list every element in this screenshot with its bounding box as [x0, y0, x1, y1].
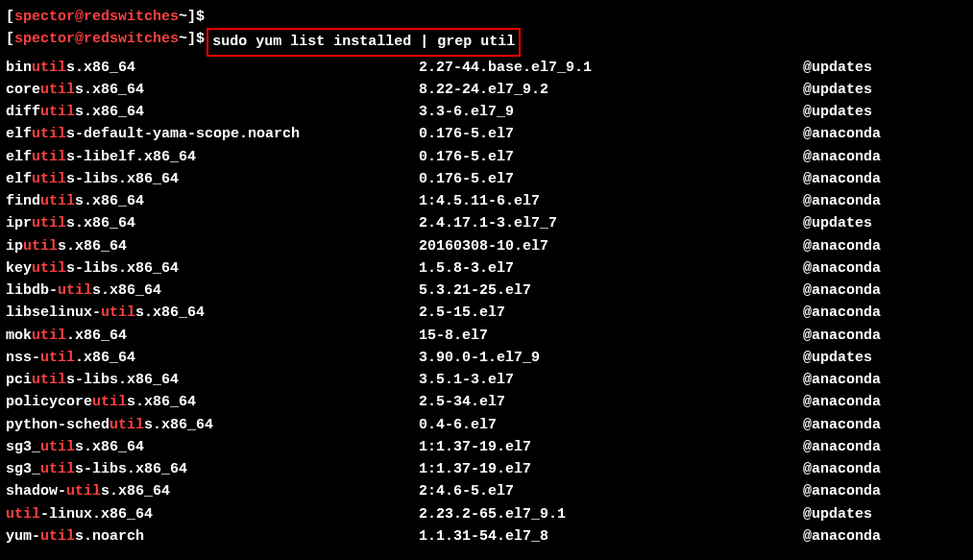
package-repo: @anaconda — [803, 257, 967, 280]
package-name: yum-utils.noarch — [6, 525, 419, 548]
package-version: 0.176-5.el7 — [419, 146, 803, 168]
package-name: pciutils-libs.x86_64 — [6, 369, 419, 391]
package-version: 15-8.el7 — [419, 325, 803, 347]
package-repo: @updates — [803, 212, 967, 234]
package-name: libselinux-utils.x86_64 — [6, 302, 419, 324]
package-repo: @updates — [803, 101, 967, 123]
package-version: 2.27-44.base.el7_9.1 — [419, 57, 803, 79]
package-version: 1:1.37-19.el7 — [419, 458, 803, 480]
package-repo: @anaconda — [803, 480, 967, 502]
prompt-line: [spector@redswitches ~]$ sudo yum list i… — [6, 28, 967, 56]
package-row: libselinux-utils.x86_642.5-15.el7@anacon… — [6, 302, 967, 324]
package-name: policycoreutils.x86_64 — [6, 391, 419, 413]
package-name: shadow-utils.x86_64 — [6, 480, 419, 502]
package-row: libdb-utils.x86_645.3.21-25.el7@anaconda — [6, 280, 967, 302]
package-version: 1.5.8-3.el7 — [419, 257, 803, 280]
package-name: keyutils-libs.x86_64 — [6, 257, 419, 280]
package-version: 8.22-24.el7_9.2 — [419, 79, 803, 101]
package-name: sg3_utils-libs.x86_64 — [6, 458, 419, 480]
package-repo: @updates — [803, 79, 967, 101]
package-row: coreutils.x86_648.22-24.el7_9.2@updates — [6, 79, 967, 101]
package-row: sg3_utils-libs.x86_641:1.37-19.el7@anaco… — [6, 458, 967, 480]
package-row: findutils.x86_641:4.5.11-6.el7@anaconda — [6, 190, 967, 212]
package-repo: @anaconda — [803, 458, 967, 480]
package-name: iprutils.x86_64 — [6, 212, 419, 234]
package-repo: @updates — [803, 57, 967, 79]
package-version: 5.3.21-25.el7 — [419, 280, 803, 302]
package-repo: @anaconda — [803, 302, 967, 324]
package-name: nss-util.x86_64 — [6, 347, 419, 369]
package-version: 3.3-6.el7_9 — [419, 101, 803, 123]
package-version: 2.23.2-65.el7_9.1 — [419, 503, 803, 525]
package-name: libdb-utils.x86_64 — [6, 280, 419, 302]
package-name: elfutils-libs.x86_64 — [6, 168, 419, 190]
terminal-output[interactable]: [spector@redswitches ~]$[spector@redswit… — [6, 6, 967, 548]
package-repo: @anaconda — [803, 525, 967, 548]
package-row: sg3_utils.x86_641:1.37-19.el7@anaconda — [6, 436, 967, 458]
package-version: 1:4.5.11-6.el7 — [419, 190, 803, 212]
package-name: util-linux.x86_64 — [6, 503, 419, 525]
package-version: 1.1.31-54.el7_8 — [419, 525, 803, 548]
package-repo: @updates — [803, 347, 967, 369]
package-name: coreutils.x86_64 — [6, 79, 419, 101]
package-row: binutils.x86_642.27-44.base.el7_9.1@upda… — [6, 57, 967, 79]
package-name: binutils.x86_64 — [6, 57, 419, 79]
package-version: 2:4.6-5.el7 — [419, 480, 803, 502]
package-version: 2.4.17.1-3.el7_7 — [419, 212, 803, 234]
package-row: keyutils-libs.x86_641.5.8-3.el7@anaconda — [6, 257, 967, 280]
package-version: 0.176-5.el7 — [419, 123, 803, 145]
package-version: 2.5-15.el7 — [419, 302, 803, 324]
package-version: 2.5-34.el7 — [419, 391, 803, 413]
package-row: mokutil.x86_6415-8.el7@anaconda — [6, 325, 967, 347]
package-repo: @anaconda — [803, 235, 967, 257]
package-repo: @anaconda — [803, 168, 967, 190]
package-repo: @anaconda — [803, 436, 967, 458]
package-row: iputils.x86_6420160308-10.el7@anaconda — [6, 235, 967, 257]
package-version: 0.4-6.el7 — [419, 414, 803, 436]
package-row: policycoreutils.x86_642.5-34.el7@anacond… — [6, 391, 967, 413]
package-name: elfutils-libelf.x86_64 — [6, 146, 419, 168]
package-version: 3.90.0-1.el7_9 — [419, 347, 803, 369]
package-name: findutils.x86_64 — [6, 190, 419, 212]
package-version: 0.176-5.el7 — [419, 168, 803, 190]
package-repo: @anaconda — [803, 414, 967, 436]
package-name: python-schedutils.x86_64 — [6, 414, 419, 436]
package-row: python-schedutils.x86_640.4-6.el7@anacon… — [6, 414, 967, 436]
package-row: diffutils.x86_643.3-6.el7_9@updates — [6, 101, 967, 123]
package-row: elfutils-libs.x86_640.176-5.el7@anaconda — [6, 168, 967, 190]
package-name: elfutils-default-yama-scope.noarch — [6, 123, 419, 145]
package-repo: @anaconda — [803, 391, 967, 413]
package-row: elfutils-libelf.x86_640.176-5.el7@anacon… — [6, 146, 967, 168]
package-row: iprutils.x86_642.4.17.1-3.el7_7@updates — [6, 212, 967, 234]
package-repo: @anaconda — [803, 190, 967, 212]
package-row: nss-util.x86_643.90.0-1.el7_9@updates — [6, 347, 967, 369]
package-repo: @anaconda — [803, 146, 967, 168]
package-name: diffutils.x86_64 — [6, 101, 419, 123]
package-row: pciutils-libs.x86_643.5.1-3.el7@anaconda — [6, 369, 967, 391]
package-version: 1:1.37-19.el7 — [419, 436, 803, 458]
package-name: sg3_utils.x86_64 — [6, 436, 419, 458]
prompt-line: [spector@redswitches ~]$ — [6, 6, 967, 28]
package-row: shadow-utils.x86_642:4.6-5.el7@anaconda — [6, 480, 967, 502]
package-repo: @anaconda — [803, 280, 967, 302]
package-repo: @anaconda — [803, 123, 967, 145]
package-row: elfutils-default-yama-scope.noarch0.176-… — [6, 123, 967, 145]
highlighted-command: sudo yum list installed | grep util — [207, 28, 521, 56]
package-repo: @anaconda — [803, 369, 967, 391]
package-version: 3.5.1-3.el7 — [419, 369, 803, 391]
package-name: mokutil.x86_64 — [6, 325, 419, 347]
package-row: yum-utils.noarch1.1.31-54.el7_8@anaconda — [6, 525, 967, 548]
package-repo: @anaconda — [803, 325, 967, 347]
package-name: iputils.x86_64 — [6, 235, 419, 257]
package-version: 20160308-10.el7 — [419, 235, 803, 257]
package-repo: @updates — [803, 503, 967, 525]
package-row: util-linux.x86_642.23.2-65.el7_9.1@updat… — [6, 503, 967, 525]
